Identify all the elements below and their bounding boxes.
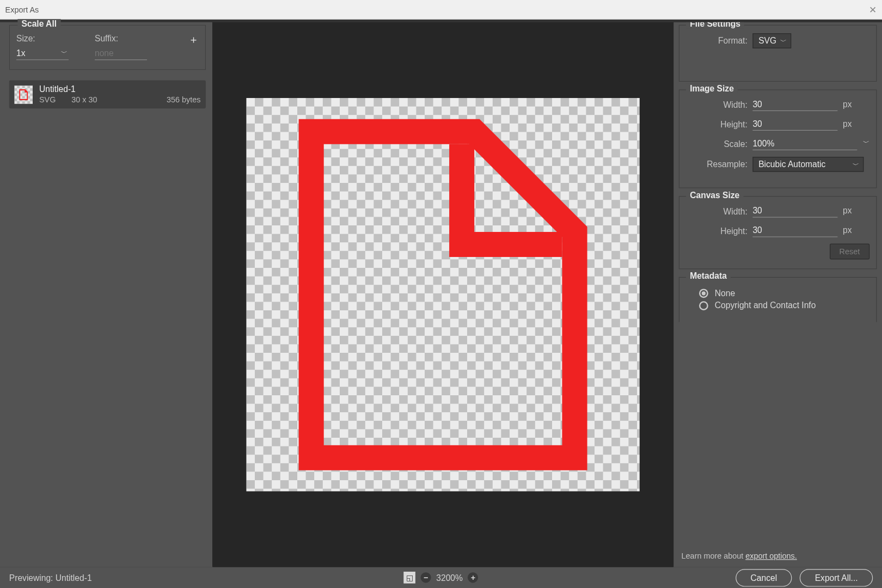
- suffix-input[interactable]: [95, 47, 147, 60]
- add-size-button[interactable]: ＋: [188, 33, 199, 47]
- image-height-label: Height:: [686, 119, 748, 129]
- radio-icon: [699, 301, 708, 310]
- suffix-label: Suffix:: [95, 33, 147, 43]
- resample-select[interactable]: Bicubic Automatic ﹀: [752, 157, 863, 172]
- document-format: SVG: [39, 95, 56, 105]
- chevron-down-icon: ﹀: [61, 48, 68, 58]
- previewing-label: Previewing: Untitled-1: [9, 573, 92, 583]
- format-select[interactable]: SVG ﹀: [752, 33, 791, 48]
- radio-icon: [699, 289, 708, 298]
- export-all-button[interactable]: Export All...: [800, 569, 873, 586]
- document-dimensions: 30 x 30: [71, 95, 97, 105]
- preview-area: [213, 22, 673, 567]
- preview-canvas[interactable]: [246, 98, 639, 491]
- chevron-down-icon: ﹀: [780, 37, 787, 46]
- document-thumbnail: [14, 85, 33, 104]
- document-name: Untitled-1: [39, 84, 200, 94]
- metadata-option-copyright[interactable]: Copyright and Contact Info: [699, 301, 869, 310]
- file-settings-group: File Settings Format: SVG ﹀: [679, 25, 877, 82]
- file-icon: [286, 118, 600, 471]
- document-list-item[interactable]: Untitled-1 SVG 30 x 30 356 bytes: [9, 81, 206, 109]
- window-title: Export As: [5, 5, 39, 14]
- zoom-out-button[interactable]: −: [421, 572, 431, 583]
- footer-bar: Previewing: Untitled-1 ◱ − 3200% + Cance…: [0, 567, 882, 588]
- metadata-option-none[interactable]: None: [699, 288, 869, 298]
- image-width-label: Width:: [686, 100, 748, 109]
- file-settings-title: File Settings: [686, 22, 744, 29]
- document-filesize: 356 bytes: [167, 95, 200, 105]
- close-icon[interactable]: ✕: [869, 4, 877, 15]
- zoom-in-button[interactable]: +: [468, 572, 478, 583]
- cancel-button[interactable]: Cancel: [736, 569, 792, 586]
- zoom-value: 3200%: [436, 573, 463, 583]
- reset-button[interactable]: Reset: [830, 244, 870, 260]
- image-size-group: Image Size Width: px Height: px Scale: ﹀…: [679, 89, 877, 188]
- unit-label: px: [843, 225, 852, 235]
- unit-label: px: [843, 99, 852, 109]
- format-label: Format:: [686, 36, 748, 46]
- learn-more-text: Learn more about export options.: [682, 552, 874, 561]
- right-panel: File Settings Format: SVG ﹀ Image Size W…: [673, 22, 882, 567]
- image-size-title: Image Size: [686, 84, 738, 94]
- image-width-input[interactable]: [752, 98, 837, 111]
- image-scale-label: Scale:: [686, 139, 748, 149]
- zoom-controls: ◱ − 3200% +: [403, 572, 478, 584]
- chevron-down-icon[interactable]: ﹀: [863, 138, 869, 148]
- scale-all-title: Scale All: [17, 19, 60, 29]
- canvas-height-label: Height:: [686, 226, 748, 236]
- resample-label: Resample:: [686, 160, 748, 169]
- metadata-group: Metadata None Copyright and Contact Info: [679, 277, 877, 322]
- export-options-link[interactable]: export options.: [745, 552, 797, 561]
- canvas-width-label: Width:: [686, 206, 748, 216]
- image-scale-input[interactable]: [752, 137, 857, 150]
- metadata-title: Metadata: [686, 271, 731, 281]
- window-titlebar: Export As ✕: [0, 0, 882, 20]
- canvas-height-input[interactable]: [752, 224, 837, 237]
- canvas-size-group: Canvas Size Width: px Height: px Reset: [679, 196, 877, 269]
- canvas-width-input[interactable]: [752, 205, 837, 218]
- canvas-size-title: Canvas Size: [686, 190, 743, 200]
- scale-all-group: Scale All Size: ﹀ Suffix: ＋: [9, 25, 206, 70]
- chevron-down-icon: ﹀: [853, 161, 859, 170]
- left-panel: Scale All Size: ﹀ Suffix: ＋: [0, 22, 213, 567]
- size-label: Size:: [16, 33, 69, 43]
- image-height-input[interactable]: [752, 118, 837, 131]
- unit-label: px: [843, 119, 852, 128]
- unit-label: px: [843, 206, 852, 216]
- fit-screen-icon[interactable]: ◱: [403, 572, 415, 584]
